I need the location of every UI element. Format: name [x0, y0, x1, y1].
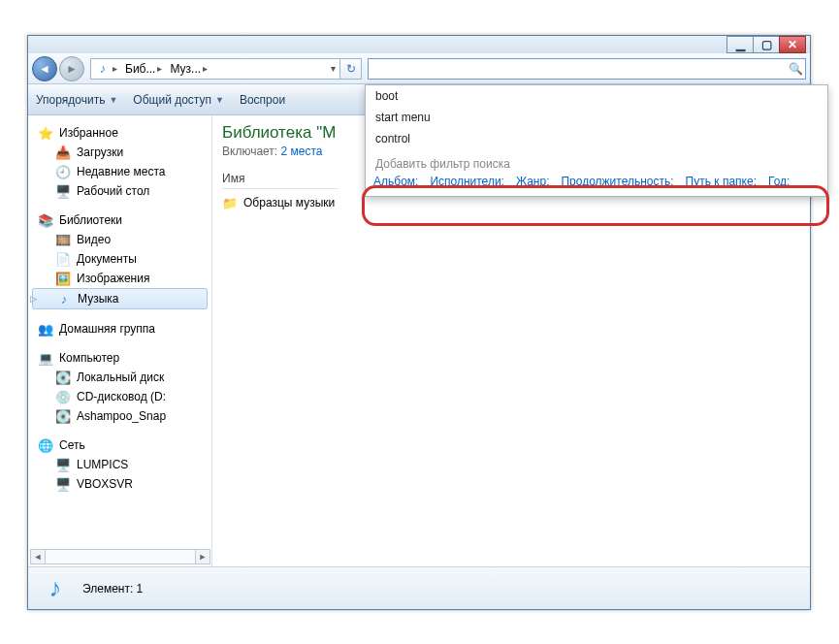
refresh-button[interactable]: ↻ — [340, 58, 362, 80]
sidebar-item-documents[interactable]: 📄Документы — [28, 249, 211, 269]
homegroup-icon: 👥 — [38, 321, 53, 337]
organize-menu[interactable]: Упорядочить▼ — [36, 93, 117, 107]
libraries-icon: 📚 — [38, 212, 53, 228]
desktop-icon: 🖥️ — [55, 183, 71, 199]
navigation-bar: ◄ ► ♪▸ Биб...▸ Муз...▸ ▾ ↻ 🔍 — [28, 53, 810, 84]
search-filter-path[interactable]: Путь к папке: — [686, 175, 757, 188]
drive-icon: 💽 — [55, 370, 71, 385]
search-filter-artists[interactable]: Исполнители: — [430, 175, 504, 188]
music-icon: ♪ — [95, 61, 111, 77]
sidebar-item-video[interactable]: 🎞️Видео — [28, 230, 211, 249]
search-suggestions-dropdown: boot start menu control Добавить фильтр … — [365, 84, 828, 197]
search-filter-label: Добавить фильтр поиска — [366, 149, 827, 173]
address-dropdown-icon[interactable]: ▾ — [327, 63, 339, 74]
sidebar-item-ashampoo[interactable]: 💽Ashampoo_Snap — [28, 406, 211, 426]
sidebar-network[interactable]: 🌐Сеть — [28, 435, 211, 455]
search-filter-album[interactable]: Альбом: — [373, 175, 418, 188]
star-icon: ⭐ — [38, 125, 53, 141]
cd-icon: 💿 — [55, 389, 71, 404]
sidebar-item-pictures[interactable]: 🖼️Изображения — [28, 269, 211, 288]
share-menu[interactable]: Общий доступ▼ — [133, 93, 224, 107]
scroll-left-icon[interactable]: ◄ — [30, 549, 46, 564]
search-history-item[interactable]: start menu — [366, 107, 827, 128]
search-filter-genre[interactable]: Жанр: — [516, 175, 550, 188]
search-filters-row: Альбом: Исполнители: Жанр: Продолжительн… — [366, 173, 827, 196]
folder-icon: 📁 — [222, 195, 238, 210]
sidebar-item-network-host[interactable]: 🖥️VBOXSVR — [28, 474, 211, 494]
sidebar-item-desktop[interactable]: 🖥️Рабочий стол — [28, 181, 211, 201]
music-icon: ♪ — [38, 571, 73, 606]
sidebar-item-downloads[interactable]: 📥Загрузки — [28, 143, 211, 162]
sidebar-item-localdisk[interactable]: 💽Локальный диск — [28, 368, 211, 387]
sidebar-computer[interactable]: 💻Компьютер — [28, 348, 211, 368]
sidebar-hscroll[interactable]: ◄ ► — [30, 549, 210, 564]
sidebar-item-music[interactable]: ▷♪Музыка — [32, 288, 208, 309]
sidebar-item-recent[interactable]: 🕘Недавние места — [28, 162, 211, 181]
address-bar[interactable]: ♪▸ Биб...▸ Муз...▸ ▾ — [90, 58, 340, 80]
status-bar: ♪ Элемент: 1 — [28, 566, 810, 609]
drive-icon: 💽 — [55, 408, 71, 424]
recent-icon: 🕘 — [55, 164, 71, 179]
expand-icon[interactable]: ▷ — [30, 294, 37, 304]
forward-button[interactable]: ► — [59, 56, 84, 81]
downloads-icon: 📥 — [55, 145, 71, 160]
navigation-pane: ⭐Избранное 📥Загрузки 🕘Недавние места 🖥️Р… — [28, 115, 212, 566]
pc-icon: 🖥️ — [55, 476, 71, 492]
scroll-right-icon[interactable]: ► — [195, 549, 210, 564]
column-header-name[interactable]: Имя — [222, 172, 339, 189]
documents-icon: 📄 — [55, 251, 71, 267]
sidebar-homegroup[interactable]: 👥Домашняя группа — [28, 319, 211, 338]
search-icon[interactable]: 🔍 — [786, 62, 805, 76]
search-filter-year[interactable]: Год: — [768, 175, 790, 188]
close-button[interactable]: ✕ — [779, 36, 806, 53]
breadcrumb-item[interactable]: Муз... — [170, 62, 201, 76]
file-name: Образцы музыки — [243, 196, 335, 209]
back-button[interactable]: ◄ — [32, 56, 57, 81]
maximize-button[interactable]: ▢ — [753, 36, 780, 53]
search-history-item[interactable]: boot — [366, 85, 827, 107]
pc-icon: 🖥️ — [55, 457, 71, 472]
pictures-icon: 🖼️ — [55, 271, 71, 286]
search-history-item[interactable]: control — [366, 128, 827, 149]
sidebar-libraries[interactable]: 📚Библиотеки — [28, 210, 211, 230]
status-text: Элемент: 1 — [82, 582, 143, 596]
sidebar-item-network-host[interactable]: 🖥️LUMPICS — [28, 455, 211, 474]
includes-link[interactable]: 2 места — [281, 145, 323, 158]
explorer-window: ▁ ▢ ✕ ◄ ► ♪▸ Биб...▸ Муз...▸ ▾ ↻ 🔍 Упоря… — [27, 35, 811, 610]
search-filter-duration[interactable]: Продолжительность: — [561, 175, 673, 188]
music-icon: ♪ — [56, 291, 72, 306]
titlebar: ▁ ▢ ✕ — [28, 36, 810, 53]
search-input[interactable] — [369, 59, 786, 79]
search-box[interactable]: 🔍 — [368, 58, 806, 80]
minimize-button[interactable]: ▁ — [726, 36, 754, 53]
network-icon: 🌐 — [38, 437, 53, 453]
sidebar-item-cddrive[interactable]: 💿CD-дисковод (D: — [28, 387, 211, 406]
video-icon: 🎞️ — [55, 232, 71, 247]
sidebar-favorites[interactable]: ⭐Избранное — [28, 123, 211, 143]
play-menu[interactable]: Воспрои — [240, 93, 285, 107]
computer-icon: 💻 — [38, 350, 53, 366]
breadcrumb-item[interactable]: Биб... — [125, 62, 155, 76]
